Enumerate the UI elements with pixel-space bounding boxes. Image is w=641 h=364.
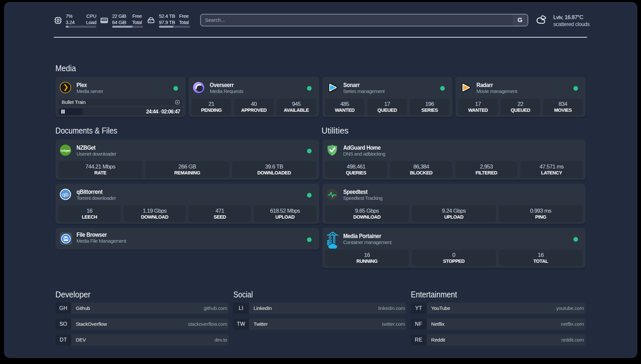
svg-text:nzbget: nzbget — [61, 149, 71, 152]
svg-text:qb: qb — [62, 192, 69, 198]
